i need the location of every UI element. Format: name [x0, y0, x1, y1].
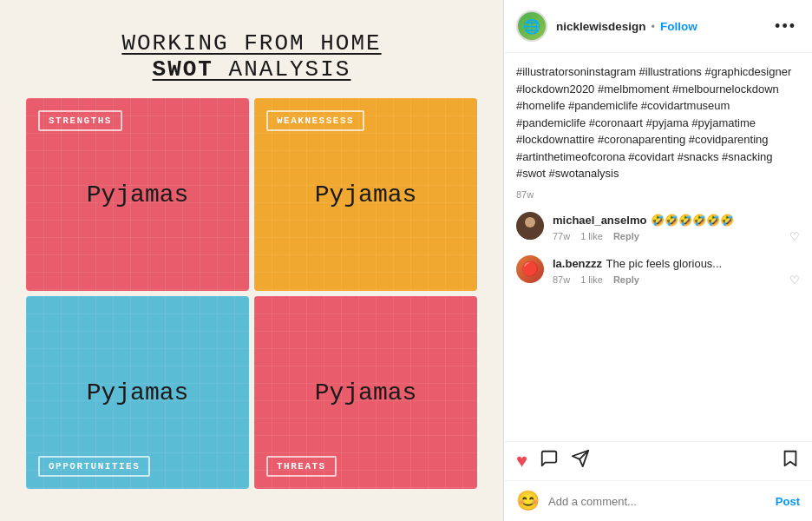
username[interactable]: nicklewisdesign — [556, 20, 646, 33]
comment-time-1: 77w — [553, 231, 570, 241]
comment-heart-icon-2[interactable]: ♡ — [789, 274, 800, 287]
avatar[interactable]: 🌐 — [516, 10, 547, 42]
comment-content-1: 🤣🤣🤣🤣🤣🤣 — [651, 214, 734, 227]
comment-input-area: 😊 Post — [504, 480, 812, 521]
caption-area: #illustratorsoninstagram #illustrations … — [504, 53, 812, 441]
separator-dot: • — [652, 20, 656, 33]
more-options-button[interactable]: ••• — [771, 17, 800, 36]
comment-1: michael_anselmo 🤣🤣🤣🤣🤣🤣 77w 1 like Reply … — [516, 212, 800, 243]
weaknesses-label: WEAKNESSESS — [266, 110, 364, 131]
svg-point-0 — [525, 217, 535, 228]
title-line2: SWOT ANALYSIS — [121, 56, 381, 82]
emoji-button[interactable]: 😊 — [516, 490, 540, 512]
comment-meta-1: 77w 1 like Reply ♡ — [553, 230, 800, 243]
comment-username-2[interactable]: la.benzzz — [553, 257, 602, 270]
swot-cell-opportunities: Pyjamas OPPORTUNITIES — [26, 296, 249, 489]
follow-button[interactable]: Follow — [660, 20, 697, 33]
swot-cell-strengths: STRENGTHS Pyjamas — [26, 98, 249, 291]
caption-text: #illustratorsoninstagram #illustrations … — [516, 63, 800, 182]
comment-username-1[interactable]: michael_anselmo — [553, 214, 646, 227]
comment-heart-icon-1[interactable]: ♡ — [789, 230, 800, 243]
comment-content-2: The pic feels glorious... — [606, 257, 723, 270]
threats-label: THREATS — [266, 456, 337, 477]
swot-cell-threats: Pyjamas THREATS — [254, 296, 477, 489]
post-image-panel: WORKING FROM HOME SWOT ANALYSIS STRENGTH… — [0, 0, 503, 521]
comment-like-count-2: 1 like — [580, 274, 603, 285]
opportunities-text: Pyjamas — [87, 379, 189, 406]
title-bold: SWOT — [153, 56, 213, 82]
comment-button[interactable] — [540, 449, 559, 473]
share-button[interactable] — [571, 449, 590, 473]
comment-avatar-ma — [516, 212, 544, 240]
swot-title: WORKING FROM HOME SWOT ANALYSIS — [121, 30, 381, 82]
post-header: 🌐 nicklewisdesign • Follow ••• — [504, 0, 812, 53]
comment-body-1: michael_anselmo 🤣🤣🤣🤣🤣🤣 77w 1 like Reply … — [553, 212, 800, 243]
right-panel: 🌐 nicklewisdesign • Follow ••• #illustra… — [503, 0, 812, 521]
save-button[interactable] — [781, 449, 800, 473]
strengths-text: Pyjamas — [87, 181, 189, 208]
header-info: nicklewisdesign • Follow — [556, 20, 763, 33]
swot-grid: STRENGTHS Pyjamas WEAKNESSESS Pyjamas Py… — [26, 98, 477, 489]
action-icons: ♥ — [516, 449, 800, 473]
like-button[interactable]: ♥ — [516, 450, 527, 472]
comment-reply-2[interactable]: Reply — [613, 274, 639, 285]
comment-meta-2: 87w 1 like Reply ♡ — [553, 274, 800, 287]
svg-marker-4 — [785, 452, 796, 466]
comment-like-count-1: 1 like — [580, 231, 603, 241]
action-bar: ♥ — [504, 441, 812, 480]
threats-text: Pyjamas — [315, 379, 417, 406]
swot-cell-weaknesses: WEAKNESSESS Pyjamas — [254, 98, 477, 291]
comment-2: 🔴 la.benzzz The pic feels glorious... 87… — [516, 255, 800, 287]
strengths-label: STRENGTHS — [38, 110, 122, 131]
comment-time-2: 87w — [553, 274, 570, 285]
comment-body-2: la.benzzz The pic feels glorious... 87w … — [553, 255, 800, 287]
swot-graphic: WORKING FROM HOME SWOT ANALYSIS STRENGTH… — [17, 13, 486, 508]
title-line1: WORKING FROM HOME — [121, 30, 381, 56]
comment-reply-1[interactable]: Reply — [613, 231, 639, 241]
post-comment-button[interactable]: Post — [776, 495, 800, 508]
comment-avatar-lb: 🔴 — [516, 255, 544, 283]
opportunities-label: OPPORTUNITIES — [38, 456, 150, 477]
svg-point-1 — [521, 228, 539, 240]
comment-input[interactable] — [548, 495, 767, 508]
caption-time: 87w — [516, 189, 800, 200]
weaknesses-text: Pyjamas — [315, 181, 417, 208]
